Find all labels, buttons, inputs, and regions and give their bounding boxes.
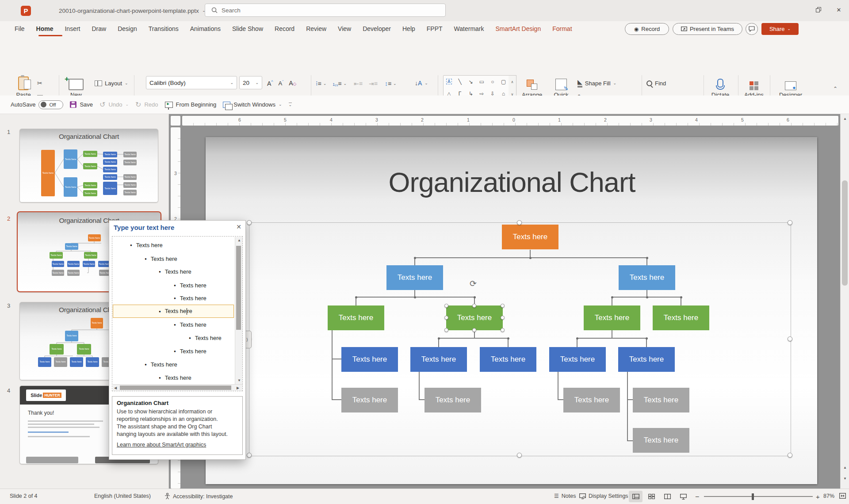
shape-handle[interactable]	[444, 304, 448, 308]
org-node-l3[interactable]: Texts here	[653, 305, 709, 330]
zoom-out-button[interactable]: −	[695, 493, 699, 501]
tab-animations[interactable]: Animations	[184, 22, 226, 36]
decrease-indent-button[interactable]: ⇤≡	[354, 80, 363, 87]
share-button[interactable]: Share ⌄	[761, 23, 799, 35]
slide-thumbnail-1[interactable]: Organizational Chart Texts here Texts he…	[19, 129, 158, 202]
scroll-left-icon[interactable]: ◀	[114, 386, 117, 390]
font-size-combo[interactable]: 20⌄	[239, 76, 262, 89]
org-node-l6[interactable]: Texts here	[633, 428, 689, 453]
accessibility-status[interactable]: Accessibility: Investigate	[164, 493, 233, 500]
qat-overflow-button[interactable]: ⌄	[289, 103, 292, 107]
shape-handle[interactable]	[501, 328, 505, 332]
increase-indent-button[interactable]: ⇥≡	[369, 80, 378, 87]
shape-handle[interactable]	[501, 304, 505, 308]
scrollbar-thumb[interactable]	[842, 180, 848, 286]
slide-show-button[interactable]	[677, 491, 690, 502]
find-button[interactable]: Find	[646, 77, 666, 89]
resize-handle-se[interactable]	[788, 453, 792, 458]
text-pane-hscrollbar[interactable]: ◀ ▶	[113, 384, 242, 391]
tab-transitions[interactable]: Transitions	[143, 22, 184, 36]
from-beginning-button[interactable]: From Beginning	[165, 101, 217, 108]
shape-handle[interactable]	[472, 304, 476, 308]
org-node-l3-selected[interactable]: Texts here	[446, 305, 503, 330]
numbering-button[interactable]: 1₂₃≡	[333, 80, 341, 87]
org-node-l2[interactable]: Texts here	[386, 265, 443, 290]
text-pane-list[interactable]: ●Texts here ●Texts here ●Texts here ●Tex…	[112, 236, 243, 391]
resize-handle-e[interactable]	[788, 336, 792, 341]
org-node-l4[interactable]: Texts here	[410, 347, 467, 372]
tab-review[interactable]: Review	[300, 22, 332, 36]
line-shape[interactable]: ╲	[458, 79, 461, 85]
canvas-scrollbar[interactable]: ▲ ▲ ▼	[840, 114, 849, 489]
line-spacing-button[interactable]: ↕≡	[385, 80, 391, 87]
resize-handle-n[interactable]	[517, 220, 522, 225]
text-direction-button[interactable]: ↓A⌄	[415, 77, 428, 89]
org-node-l5[interactable]: Texts here	[633, 388, 689, 412]
collapse-ribbon-button[interactable]: ⌃	[833, 86, 838, 92]
record-button[interactable]: ◉ Record	[625, 23, 669, 35]
org-node-l3[interactable]: Texts here	[328, 305, 384, 330]
switch-windows-button[interactable]: Switch Windows⌄	[223, 101, 282, 108]
display-settings-button[interactable]: Display Settings	[579, 493, 628, 499]
layout-button[interactable]: Layout⌄	[95, 77, 128, 89]
org-node-l4[interactable]: Texts here	[549, 347, 606, 372]
text-pane-item[interactable]: ●Texts here	[112, 265, 234, 278]
shape-handle[interactable]	[501, 316, 505, 320]
text-box-shape[interactable]: A	[446, 79, 452, 84]
tab-watermark[interactable]: Watermark	[448, 22, 490, 36]
cut-button[interactable]: ✂	[37, 77, 42, 89]
text-pane-item-selected[interactable]: ●Texts here	[112, 305, 234, 318]
text-pane-item[interactable]: ●Texts here	[112, 252, 234, 265]
text-pane-item[interactable]: ●Texts here	[112, 279, 234, 292]
tab-file[interactable]: File	[9, 22, 31, 36]
tab-format[interactable]: Format	[547, 22, 577, 36]
comments-button[interactable]	[746, 23, 758, 35]
text-pane-item[interactable]: ●Texts here	[112, 331, 234, 344]
scroll-up-icon[interactable]: ∧	[511, 80, 514, 84]
tab-insert[interactable]: Insert	[59, 22, 86, 36]
org-node-l4[interactable]: Texts here	[618, 347, 675, 372]
autosave-toggle[interactable]: Off	[38, 100, 63, 109]
tab-home[interactable]: Home	[31, 22, 59, 36]
undo-button[interactable]: ↺Undo⌄	[99, 100, 129, 109]
resize-handle-ne[interactable]	[788, 220, 792, 225]
org-node-top[interactable]: Texts here	[502, 225, 558, 249]
tab-developer[interactable]: Developer	[357, 22, 397, 36]
scrollbar-thumb[interactable]	[236, 246, 241, 330]
powerpoint-app-icon[interactable]: P	[21, 6, 31, 16]
org-node-l5[interactable]: Texts here	[341, 388, 398, 412]
bullets-button[interactable]: ⁝≡	[316, 80, 321, 87]
shape-fill-button[interactable]: ◣Shape Fill⌄	[577, 77, 616, 89]
org-node-l5[interactable]: Texts here	[424, 388, 481, 412]
slide-indicator[interactable]: Slide 2 of 4	[10, 493, 38, 499]
close-icon[interactable]: ✕	[236, 223, 241, 230]
clear-formatting-button[interactable]: A◇	[289, 80, 296, 87]
tab-slide-show[interactable]: Slide Show	[226, 22, 269, 36]
arrow-shape[interactable]: ↘	[469, 79, 473, 85]
text-pane-item[interactable]: ●Texts here	[112, 318, 234, 331]
org-node-l2[interactable]: Texts here	[619, 265, 675, 290]
scroll-up-icon[interactable]: ▲	[237, 238, 241, 242]
tab-help[interactable]: Help	[397, 22, 421, 36]
horizontal-ruler[interactable]: 6 5 4 3 2 1 0 1 2 3 4 5 6	[182, 116, 838, 126]
next-slide-button[interactable]: ▼	[843, 477, 847, 481]
text-pane-vscrollbar[interactable]: ▲ ▼	[235, 237, 242, 384]
tab-record[interactable]: Record	[269, 22, 300, 36]
tab-view[interactable]: View	[332, 22, 357, 36]
slide-sorter-view-button[interactable]	[645, 491, 658, 502]
fit-to-window-button[interactable]	[839, 493, 846, 499]
save-button[interactable]: Save	[70, 101, 93, 108]
org-node-l3[interactable]: Texts here	[584, 305, 640, 330]
resize-handle-sw[interactable]	[247, 453, 252, 458]
rectangle-shape[interactable]: ▭	[479, 79, 484, 85]
slide-title-text[interactable]: Organizational Chart	[292, 166, 732, 204]
tab-design[interactable]: Design	[112, 22, 143, 36]
shape-handle[interactable]	[444, 316, 448, 320]
resize-handle-nw[interactable]	[247, 220, 252, 225]
text-pane-item[interactable]: ●Texts here	[112, 344, 234, 358]
shrink-font-button[interactable]: Aˇ	[279, 80, 284, 87]
normal-view-button[interactable]	[629, 491, 642, 502]
autosave-control[interactable]: AutoSave Off	[11, 100, 63, 109]
scroll-right-icon[interactable]: ▶	[237, 386, 239, 390]
scroll-up-icon[interactable]: ▲	[843, 117, 847, 121]
